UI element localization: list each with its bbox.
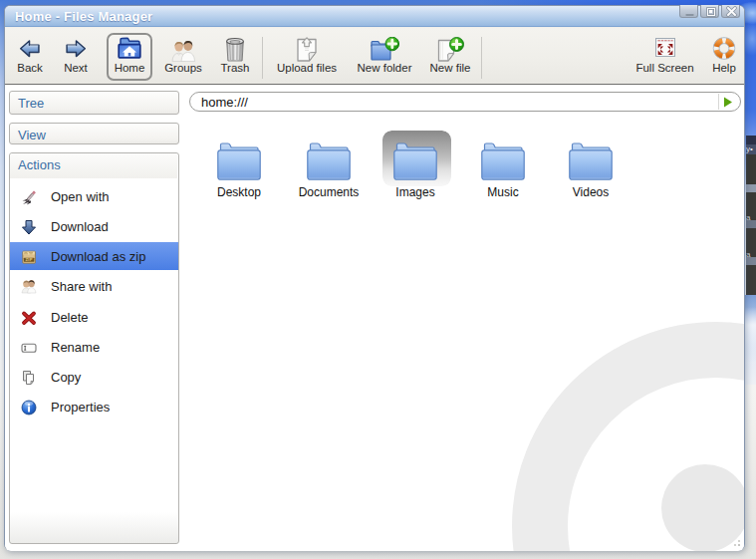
svg-text:ZIP: ZIP	[26, 257, 33, 262]
